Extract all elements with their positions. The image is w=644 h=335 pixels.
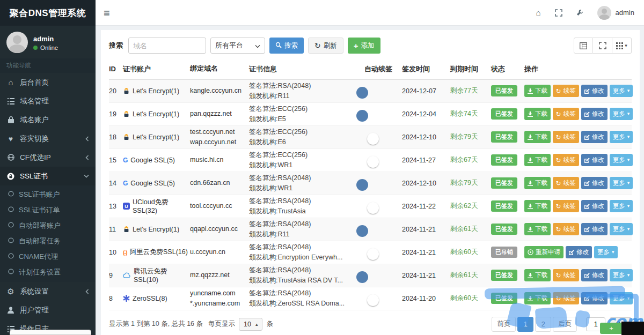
cell-id: 19 xyxy=(109,110,123,118)
cell-actions: 下载↻续签修改更多▾ xyxy=(524,177,633,189)
table-row: 9腾讯云免费SSL(10)mz.qqzzz.net签名算法:RSA(2048)颁… xyxy=(109,264,632,287)
sidebar-item-系统设置[interactable]: ⚙系统设置 xyxy=(0,282,96,301)
more-button[interactable]: 更多▾ xyxy=(610,154,633,166)
column-header-ID: ID xyxy=(109,65,123,73)
download-button[interactable]: 下载 xyxy=(524,131,551,143)
download-button[interactable]: 下载 xyxy=(524,223,551,235)
search-input[interactable] xyxy=(128,38,206,54)
renew-button[interactable]: ↻续签 xyxy=(553,200,579,212)
renew-icon: ↻ xyxy=(556,295,561,302)
more-button[interactable]: 更多▾ xyxy=(610,85,633,97)
sidebar-subitem-自动部署账户[interactable]: 自动部署账户 xyxy=(0,218,96,233)
page-next-button[interactable]: 后页 xyxy=(553,317,577,332)
page-prev-button[interactable]: 前页 xyxy=(492,317,516,332)
cell-domains: test.cccyun.netwap.cccyun.net xyxy=(190,127,249,146)
sidebar-subitem-计划任务设置[interactable]: 计划任务设置 xyxy=(0,264,96,280)
sidebar-subitem-SSL证书账户[interactable]: SSL证书账户 xyxy=(0,187,96,202)
refresh-button[interactable]: ↻ 刷新 xyxy=(308,38,343,54)
renew-button[interactable]: ↻续签 xyxy=(553,223,579,235)
chevron-left-icon xyxy=(85,155,89,160)
edit-button[interactable]: 修改 xyxy=(581,223,608,235)
table-fullscreen-button[interactable] xyxy=(593,38,612,54)
sidebar-item-SSL证书[interactable]: SSL证书 xyxy=(0,167,96,185)
renew-button[interactable]: ↻续签 xyxy=(553,177,579,189)
more-button[interactable]: 更多▾ xyxy=(610,269,633,281)
sidebar-item-后台首页[interactable]: ⌂后台首页 xyxy=(0,73,96,92)
download-button[interactable]: 下载 xyxy=(524,85,551,97)
topbar: ≡ ⌂ admin xyxy=(96,0,644,26)
search-button[interactable]: 搜索 xyxy=(269,38,304,54)
download-button[interactable]: 下载 xyxy=(524,154,551,166)
chevron-left-icon xyxy=(85,136,89,142)
table-header: ID证书账户绑定域名证书信息自动续签签发时间到期时间状态操作 xyxy=(109,60,632,80)
page-button-1[interactable]: 1 xyxy=(517,317,533,332)
more-button[interactable]: 更多▾ xyxy=(610,131,633,143)
wrench-icon[interactable] xyxy=(576,9,583,16)
platform-select[interactable]: 所有平台 xyxy=(210,38,265,54)
cell-id: 9 xyxy=(109,272,123,279)
download-icon xyxy=(528,296,533,301)
sidebar-subitem-CNAME代理[interactable]: CNAME代理 xyxy=(0,249,96,264)
more-button[interactable]: 更多▾ xyxy=(610,292,633,304)
renew-button[interactable]: ↻续签 xyxy=(553,108,579,120)
menu-toggle-icon[interactable]: ≡ xyxy=(104,8,110,18)
download-button[interactable]: 下载 xyxy=(524,200,551,212)
renew-icon: ↻ xyxy=(556,272,561,279)
renew-button[interactable]: ↻续签 xyxy=(553,131,579,143)
sidebar-item-域名管理[interactable]: 域名管理 xyxy=(0,92,96,110)
cell-issued-date: 2024-11-21 xyxy=(402,226,450,233)
fullscreen-icon[interactable] xyxy=(555,9,562,17)
page-button-2[interactable]: 2 xyxy=(535,317,551,332)
sidebar-item-域名账户[interactable]: 域名账户 xyxy=(0,110,96,129)
bottom-right-green-button[interactable]: + xyxy=(600,323,623,334)
download-button[interactable]: 下载 xyxy=(524,292,551,304)
cell-remaining-days: 剩余61天 xyxy=(450,225,491,234)
download-button[interactable]: 下载 xyxy=(524,177,551,189)
edit-button[interactable]: 修改 xyxy=(581,269,608,281)
edit-button[interactable]: 修改 xyxy=(566,246,592,258)
more-button[interactable]: 更多▾ xyxy=(610,223,633,235)
caret-down-icon: ▾ xyxy=(627,204,630,209)
edit-icon xyxy=(584,158,590,163)
status-badge: 已签发 xyxy=(491,224,517,235)
reapply-button[interactable]: 重新申请 xyxy=(524,246,564,258)
cell-domains: yuncname.com*.yuncname.com xyxy=(190,288,249,308)
edit-button[interactable]: 修改 xyxy=(581,177,608,189)
cell-auto-renew xyxy=(364,272,402,279)
aliyun-icon: (-) xyxy=(123,249,127,256)
cell-auto-renew xyxy=(364,249,402,256)
edit-button[interactable]: 修改 xyxy=(581,131,608,143)
renew-button[interactable]: ↻续签 xyxy=(553,269,579,281)
edit-button[interactable]: 修改 xyxy=(581,108,608,120)
more-button[interactable]: 更多▾ xyxy=(594,246,618,258)
sidebar-subitem-SSL证书订单[interactable]: SSL证书订单 xyxy=(0,202,96,218)
renew-button[interactable]: ↻续签 xyxy=(553,154,579,166)
renew-button[interactable]: ↻续签 xyxy=(553,85,579,97)
sidebar-subitem-label: SSL证书订单 xyxy=(19,205,60,215)
renew-icon: ↻ xyxy=(556,157,561,164)
cell-remaining-days: 剩余60天 xyxy=(450,294,491,303)
edit-button[interactable]: 修改 xyxy=(581,154,608,166)
more-button[interactable]: 更多▾ xyxy=(610,177,633,189)
columns-button[interactable]: ▾ xyxy=(612,38,632,54)
sidebar-item-CF优选IP[interactable]: CF优选IP xyxy=(0,148,96,167)
topbar-user-menu[interactable]: admin xyxy=(597,6,634,20)
edit-button[interactable]: 修改 xyxy=(581,200,608,212)
detail-view-button[interactable] xyxy=(574,38,593,54)
download-button[interactable]: 下载 xyxy=(524,108,551,120)
page-size-select[interactable]: 10 ▴ xyxy=(239,318,262,331)
renew-button[interactable]: ↻续签 xyxy=(553,292,579,304)
cell-cert-info: 签名算法:ECC(256)颁发机构:WR1 xyxy=(249,150,364,170)
sidebar-subitem-自动部署任务[interactable]: 自动部署任务 xyxy=(0,233,96,249)
download-button[interactable]: 下载 xyxy=(524,269,551,281)
edit-button[interactable]: 修改 xyxy=(581,292,608,304)
more-button[interactable]: 更多▾ xyxy=(610,108,633,120)
cell-cert-info: 签名算法:ECC(256)颁发机构:E5 xyxy=(249,104,364,124)
edit-button[interactable]: 修改 xyxy=(581,85,608,97)
caret-down-icon: ▾ xyxy=(627,227,630,232)
more-button[interactable]: 更多▾ xyxy=(610,200,633,212)
add-button[interactable]: + 添加 xyxy=(348,38,380,54)
sidebar-item-用户管理[interactable]: 用户管理 xyxy=(0,301,96,319)
home-icon[interactable]: ⌂ xyxy=(536,9,541,17)
sidebar-item-容灾切换[interactable]: ♥容灾切换 xyxy=(0,129,96,148)
